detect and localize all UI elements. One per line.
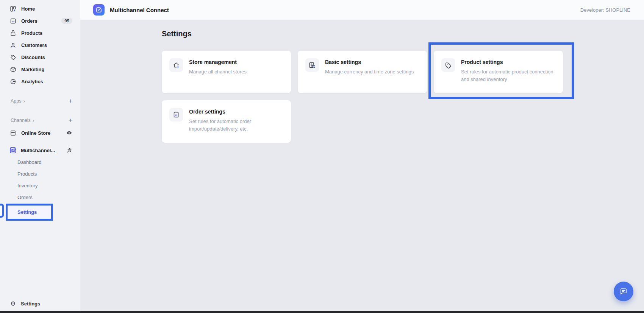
analytics-icon bbox=[10, 78, 16, 85]
developer-label: Developer: SHOPLINE bbox=[580, 7, 630, 13]
card-description: Set rules for automatic order import/upd… bbox=[189, 118, 283, 132]
content-column: Multichannel Connect Developer: SHOPLINE… bbox=[80, 0, 644, 313]
page-title: Settings bbox=[162, 30, 644, 38]
sidebar-item-settings-footer[interactable]: Settings bbox=[10, 301, 40, 307]
order-settings-icon bbox=[169, 108, 183, 121]
subnav-item-orders[interactable]: Orders bbox=[0, 192, 80, 203]
orders-count-badge: 95 bbox=[61, 18, 72, 24]
section-label: Apps bbox=[11, 98, 22, 104]
chat-support-button[interactable] bbox=[614, 282, 633, 301]
main-area: Settings Store management Manage all cha… bbox=[80, 20, 644, 313]
product-settings-icon bbox=[441, 58, 455, 72]
subnav-item-inventory[interactable]: Inventory bbox=[0, 180, 80, 192]
sidebar-item-label: Online Store bbox=[21, 130, 50, 136]
sidebar-item-label: Multichannel... bbox=[21, 148, 55, 153]
orders-icon bbox=[10, 18, 16, 24]
topbar: Multichannel Connect Developer: SHOPLINE bbox=[80, 0, 644, 20]
sidebar-item-products[interactable]: Products bbox=[0, 27, 80, 39]
subnav-label: Dashboard bbox=[17, 159, 42, 165]
sidebar-item-label: Home bbox=[21, 6, 35, 12]
pin-toggle[interactable] bbox=[66, 147, 72, 154]
sidebar-section-channels[interactable]: Channels › + bbox=[0, 114, 80, 126]
card-description: Manage all channel stores bbox=[189, 68, 247, 76]
card-title: Basic settings bbox=[325, 59, 414, 65]
order-settings-card[interactable]: Order settings Set rules for automatic o… bbox=[162, 100, 291, 143]
subnav-label: Orders bbox=[17, 195, 33, 200]
app-title: Multichannel Connect bbox=[110, 7, 169, 13]
products-icon bbox=[10, 30, 16, 36]
settings-cards-grid: Store management Manage all channel stor… bbox=[162, 51, 644, 143]
sidebar-item-label: Marketing bbox=[21, 67, 44, 72]
multichannel-mini-icon bbox=[10, 147, 16, 153]
card-body: Basic settings Manage currency and time … bbox=[325, 58, 414, 76]
basic-settings-icon bbox=[305, 58, 319, 72]
add-app-button[interactable]: + bbox=[69, 97, 72, 105]
card-description: Set rules for automatic product connecti… bbox=[461, 68, 555, 83]
store-management-icon bbox=[169, 58, 183, 72]
sidebar-section-apps[interactable]: Apps › + bbox=[0, 95, 80, 107]
card-title: Store management bbox=[189, 59, 247, 65]
screen-bottom-edge bbox=[0, 311, 644, 313]
subnav-label-active: Settings bbox=[8, 209, 37, 215]
add-channel-button[interactable]: + bbox=[69, 117, 72, 124]
customers-icon bbox=[10, 42, 16, 48]
storefront-icon bbox=[10, 130, 16, 136]
sidebar-item-multichannel[interactable]: Multichannel... bbox=[0, 144, 80, 156]
app-window: Home Orders 95 Products Customers Discou… bbox=[0, 0, 644, 313]
sidebar-item-analytics[interactable]: Analytics bbox=[0, 75, 80, 87]
discounts-icon bbox=[10, 54, 16, 61]
active-page-edge-indicator bbox=[0, 204, 4, 218]
sidebar-item-discounts[interactable]: Discounts bbox=[0, 51, 80, 63]
product-settings-card[interactable]: Product settings Set rules for automatic… bbox=[434, 51, 563, 93]
gear-icon bbox=[10, 301, 16, 307]
sidebar-item-label: Analytics bbox=[21, 79, 43, 84]
card-description: Manage currency and time zone settings bbox=[325, 68, 414, 76]
chat-icon bbox=[619, 287, 628, 296]
subnav-item-dashboard[interactable]: Dashboard bbox=[0, 156, 80, 168]
card-body: Order settings Set rules for automatic o… bbox=[189, 108, 283, 132]
sidebar-item-label: Customers bbox=[21, 42, 47, 48]
chevron-right-icon: › bbox=[33, 118, 34, 123]
chevron-right-icon: › bbox=[23, 98, 25, 104]
sidebar-item-home[interactable]: Home bbox=[0, 3, 80, 15]
subnav-label: Products bbox=[17, 171, 37, 177]
store-management-card[interactable]: Store management Manage all channel stor… bbox=[162, 51, 291, 93]
card-title: Product settings bbox=[461, 59, 555, 65]
subnav-item-products[interactable]: Products bbox=[0, 168, 80, 180]
eye-icon bbox=[66, 130, 72, 136]
home-icon bbox=[10, 6, 16, 12]
card-body: Product settings Set rules for automatic… bbox=[461, 58, 555, 83]
sidebar: Home Orders 95 Products Customers Discou… bbox=[0, 0, 80, 313]
marketing-icon bbox=[10, 66, 16, 73]
sidebar-item-customers[interactable]: Customers bbox=[0, 39, 80, 51]
section-label: Channels bbox=[11, 118, 31, 123]
sidebar-item-orders[interactable]: Orders 95 bbox=[0, 15, 80, 27]
sidebar-item-label: Discounts bbox=[21, 55, 45, 60]
visibility-toggle[interactable] bbox=[66, 130, 72, 136]
subnav-item-settings-highlight[interactable]: Settings bbox=[6, 204, 53, 221]
subnav-label: Inventory bbox=[17, 183, 38, 188]
sidebar-item-marketing[interactable]: Marketing bbox=[0, 63, 80, 75]
basic-settings-card[interactable]: Basic settings Manage currency and time … bbox=[298, 51, 427, 93]
card-title: Order settings bbox=[189, 109, 283, 115]
sidebar-item-online-store[interactable]: Online Store bbox=[0, 127, 80, 139]
multichannel-connect-app-icon bbox=[93, 4, 105, 16]
sidebar-item-label: Products bbox=[21, 30, 42, 36]
card-body: Store management Manage all channel stor… bbox=[189, 58, 247, 76]
sidebar-item-label: Orders bbox=[21, 18, 38, 24]
footer-settings-label: Settings bbox=[21, 301, 40, 307]
pin-icon bbox=[66, 147, 72, 154]
